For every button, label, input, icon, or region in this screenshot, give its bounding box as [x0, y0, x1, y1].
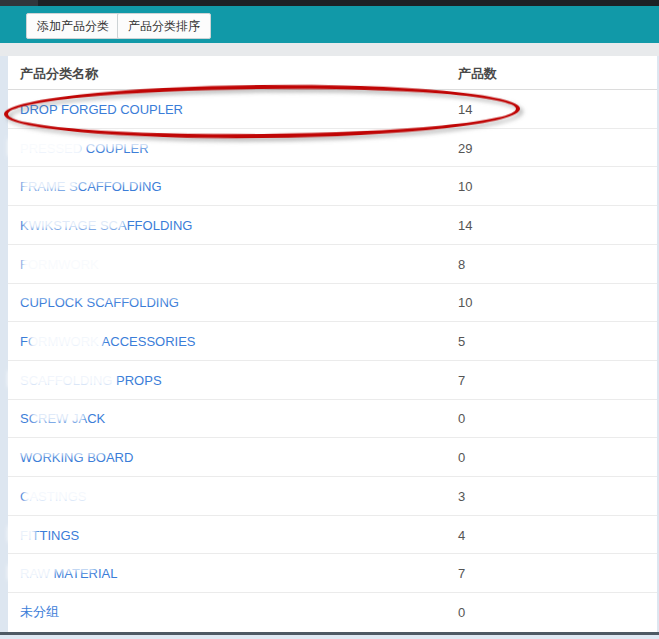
category-link[interactable]: FRAME SCAFFOLDING	[20, 179, 162, 194]
category-link[interactable]: WORKING BOARD	[20, 450, 133, 465]
category-link[interactable]: FORMWORK ACCESSORIES	[20, 334, 196, 349]
product-count-value: 0	[458, 605, 465, 620]
bottom-band	[0, 635, 659, 639]
add-category-button[interactable]: 添加产品分类	[26, 13, 120, 39]
table-row: KWIKSTAGE SCAFFOLDING 14	[8, 206, 657, 245]
product-count-value: 5	[458, 334, 465, 349]
toolbar: 添加产品分类 产品分类排序	[0, 6, 659, 43]
product-count-value: 7	[458, 372, 465, 387]
table-body: DROP FORGED COUPLER 14 PRESSED COUPLER 2…	[8, 90, 657, 632]
category-link[interactable]: FITTINGS	[20, 527, 79, 542]
product-count-value: 29	[458, 140, 472, 155]
table-row: SCAFFOLDING PROPS 7	[8, 361, 657, 400]
product-count-value: 10	[458, 295, 472, 310]
table-row: FITTINGS 4	[8, 516, 657, 555]
product-count-value: 14	[458, 217, 472, 232]
product-count-value: 0	[458, 450, 465, 465]
table-row: PRESSED COUPLER 29	[8, 129, 657, 168]
category-link[interactable]: SCREW JACK	[20, 411, 105, 426]
table-header-row: 产品分类名称 产品数	[8, 56, 657, 90]
toolbar-gap-band	[0, 43, 659, 56]
category-link[interactable]: SCAFFOLDING PROPS	[20, 372, 162, 387]
product-count-value: 14	[458, 101, 472, 116]
product-count-value: 4	[458, 527, 465, 542]
category-link[interactable]: RAW MATERIAL	[20, 566, 118, 581]
table-row: RAW MATERIAL 7	[8, 554, 657, 593]
product-count-value: 8	[458, 256, 465, 271]
table-row: SCREW JACK 0	[8, 400, 657, 439]
product-count-value: 0	[458, 411, 465, 426]
column-header-product-count: 产品数	[458, 65, 497, 83]
category-table: 产品分类名称 产品数 DROP FORGED COUPLER 14 PRESSE…	[8, 56, 657, 632]
table-row: FORMWORK ACCESSORIES 5	[8, 322, 657, 361]
category-link[interactable]: FORMWORK	[20, 256, 99, 271]
table-row: CUPLOCK SCAFFOLDING 10	[8, 284, 657, 323]
category-link[interactable]: CUPLOCK SCAFFOLDING	[20, 295, 179, 310]
table-row: FORMWORK 8	[8, 245, 657, 284]
category-link[interactable]: KWIKSTAGE SCAFFOLDING	[20, 217, 192, 232]
category-link[interactable]: 未分组	[20, 603, 59, 621]
table-row: WORKING BOARD 0	[8, 438, 657, 477]
table-row: DROP FORGED COUPLER 14	[8, 90, 657, 129]
table-row: CASTINGS 3	[8, 477, 657, 516]
product-count-value: 7	[458, 566, 465, 581]
product-count-value: 10	[458, 179, 472, 194]
table-row: FRAME SCAFFOLDING 10	[8, 167, 657, 206]
sort-category-button[interactable]: 产品分类排序	[117, 13, 211, 39]
table-row: 未分组 0	[8, 593, 657, 632]
category-link[interactable]: DROP FORGED COUPLER	[20, 101, 183, 116]
column-header-category-name: 产品分类名称	[20, 65, 98, 83]
category-link[interactable]: CASTINGS	[20, 488, 86, 503]
product-count-value: 3	[458, 488, 465, 503]
category-link[interactable]: PRESSED COUPLER	[20, 140, 149, 155]
